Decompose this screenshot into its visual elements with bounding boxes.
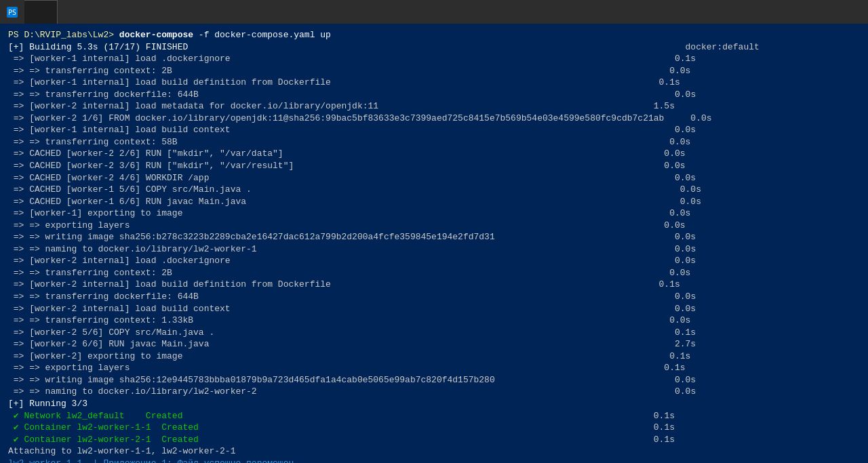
svg-text:PS: PS xyxy=(8,9,16,16)
terminal-text: 0.0s xyxy=(495,374,696,386)
terminal-line: => [worker-1 internal] load .dockerignor… xyxy=(8,53,860,65)
tab-powershell[interactable] xyxy=(24,0,58,24)
tab-bar xyxy=(24,0,769,24)
terminal-text: 0.0s xyxy=(209,172,696,184)
terminal-line: => => transferring context: 58B 0.0s xyxy=(8,136,860,148)
terminal-text: => [worker-2] exporting to image xyxy=(8,350,182,363)
terminal-text: Created xyxy=(161,434,199,446)
terminal-text: => => transferring dockerfile: 644B xyxy=(8,291,199,303)
terminal-text: 0.0s xyxy=(246,196,701,208)
terminal-text: => CACHED [worker-1 5/6] COPY src/Main.j… xyxy=(8,184,252,196)
titlebar: PS xyxy=(0,0,868,24)
close-button[interactable] xyxy=(831,0,863,24)
terminal-line: => [worker-1] exporting to image 0.0s xyxy=(8,207,860,220)
terminal-text: 0.0s xyxy=(172,65,691,77)
terminal-text: 0.0s xyxy=(252,184,701,196)
terminal-text: 0.0s xyxy=(294,160,685,172)
terminal-body: PS D:\RVIP_labs\Lw2> docker-compose -f d… xyxy=(0,24,868,463)
terminal-text: => => transferring context: 2B xyxy=(8,65,172,77)
terminal-text: 0.1s xyxy=(231,53,696,65)
terminal-line: ✔ Network lw2_default Created 0.1s xyxy=(8,410,860,422)
app-icon: PS xyxy=(5,5,19,19)
terminal-line: ✔ Container lw2-worker-2-1 Created 0.1s xyxy=(8,434,860,446)
terminal-text: => [worker-1 internal] load build defini… xyxy=(8,77,331,89)
tab-dropdown-button[interactable] xyxy=(78,0,98,24)
terminal-text: => => transferring context: 58B xyxy=(8,136,178,148)
terminal-text: Created xyxy=(146,410,183,422)
terminal-line: => => writing image sha256:12e9445783bbb… xyxy=(8,374,860,386)
terminal-text: => => writing image sha256:b278c3223b228… xyxy=(8,231,495,243)
terminal-line: => CACHED [worker-2 2/6] RUN ["mkdir", "… xyxy=(8,148,860,160)
terminal-line: => => transferring context: 2B 0.0s xyxy=(8,65,860,77)
terminal-text: => => transferring context: 1.33kB xyxy=(8,315,193,327)
terminal-line: => [worker-1 internal] load build contex… xyxy=(8,124,860,136)
terminal-line: => CACHED [worker-1 6/6] RUN javac Main.… xyxy=(8,196,860,208)
terminal-text: => [worker-2 internal] load build defini… xyxy=(8,279,331,291)
terminal-text: 0.0s xyxy=(231,124,696,136)
terminal-line: => => transferring context: 2B 0.0s xyxy=(8,267,860,279)
terminal-text: 0.0s xyxy=(130,220,685,232)
terminal-text: 0.1s xyxy=(182,350,690,363)
terminal-text: 0.0s xyxy=(231,303,696,315)
terminal-line: [+] Building 5.3s (17/17) FINISHED docke… xyxy=(8,41,860,54)
terminal-text: => => naming to docker.io/library/lw2-wo… xyxy=(8,386,257,398)
terminal-text: 0.0s xyxy=(495,231,696,243)
terminal-text: 0.0s xyxy=(178,136,691,148)
terminal-line: => [worker-2 5/6] COPY src/Main.java . 0… xyxy=(8,327,860,339)
terminal-text: ✔ Container lw2-worker-2-1 xyxy=(8,434,161,446)
terminal-text: 0.0s xyxy=(182,207,690,220)
terminal-text: -f docker-compose.yaml up xyxy=(193,29,331,41)
terminal-text: 0.0s xyxy=(231,255,696,267)
terminal-line: => CACHED [worker-1 5/6] COPY src/Main.j… xyxy=(8,184,860,196)
terminal-text: 0.1s xyxy=(199,422,675,434)
terminal-line: => [worker-1 internal] load build defini… xyxy=(8,77,860,89)
terminal-text: 0.1s xyxy=(182,410,675,422)
terminal-text: 0.0s xyxy=(199,89,696,101)
terminal-line: => CACHED [worker-2 4/6] WORKDIR /app 0.… xyxy=(8,172,860,184)
terminal-text: => [worker-2 internal] load .dockerignor… xyxy=(8,255,231,267)
terminal-line: lw2-worker-1-1 | Приложение 1: Файл успе… xyxy=(8,458,860,463)
terminal-line: => => transferring dockerfile: 644B 0.0s xyxy=(8,291,860,303)
terminal-text: 0.1s xyxy=(199,434,675,446)
terminal-text: Attaching to lw2-worker-1-1, lw2-worker-… xyxy=(8,445,235,458)
terminal-text: => CACHED [worker-2 3/6] RUN ["mkdir", "… xyxy=(8,160,294,172)
terminal-text: => CACHED [worker-2 4/6] WORKDIR /app xyxy=(8,172,209,184)
terminal-text: => [worker-2 5/6] COPY src/Main.java . xyxy=(8,327,214,339)
maximize-button[interactable] xyxy=(800,0,831,24)
terminal-text: 0.1s xyxy=(130,362,685,374)
terminal-text: 0.1s xyxy=(331,77,680,89)
terminal-text: => [worker-1 internal] load .dockerignor… xyxy=(8,53,231,65)
terminal-line: => [worker-2 6/6] RUN javac Main.java 2.… xyxy=(8,338,860,350)
terminal-line: => => exporting layers 0.1s xyxy=(8,362,860,374)
terminal-text: => [worker-1 internal] load build contex… xyxy=(8,124,231,136)
terminal-text: => => writing image sha256:12e9445783bbb… xyxy=(8,374,495,386)
terminal-text: => CACHED [worker-2 2/6] RUN ["mkdir", "… xyxy=(8,148,283,160)
terminal-text: PS D:\RVIP_labs\Lw2> xyxy=(8,29,119,41)
terminal-text: ✔ Network lw2_default xyxy=(8,410,146,422)
terminal-text: => [worker-2 internal] load build contex… xyxy=(8,303,231,315)
terminal-text: 0.0s xyxy=(664,113,711,125)
terminal-text: docker-compose xyxy=(119,29,193,41)
terminal-text: => CACHED [worker-1 6/6] RUN javac Main.… xyxy=(8,196,246,208)
minimize-button[interactable] xyxy=(769,0,800,24)
terminal-line: Attaching to lw2-worker-1-1, lw2-worker-… xyxy=(8,445,860,458)
terminal-text: 0.0s xyxy=(257,386,696,398)
terminal-text: 0.0s xyxy=(199,291,696,303)
terminal-text: 1.5s xyxy=(378,100,675,113)
terminal-line: => [worker-2 internal] load .dockerignor… xyxy=(8,255,860,267)
terminal-line: => => transferring context: 1.33kB 0.0s xyxy=(8,315,860,327)
terminal-text: 0.0s xyxy=(193,315,690,327)
new-tab-button[interactable] xyxy=(58,0,78,24)
terminal-line: => => naming to docker.io/library/lw2-wo… xyxy=(8,386,860,398)
terminal-text: => => exporting layers xyxy=(8,220,130,232)
terminal-line: => [worker-2 internal] load build defini… xyxy=(8,279,860,291)
terminal-line: => CACHED [worker-2 3/6] RUN ["mkdir", "… xyxy=(8,160,860,172)
terminal-line: => [worker-2 internal] load build contex… xyxy=(8,303,860,315)
terminal-text: => [worker-1] exporting to image xyxy=(8,207,182,220)
tab-close-button[interactable] xyxy=(38,7,49,18)
terminal-text: 2.7s xyxy=(209,338,696,350)
terminal-line: PS D:\RVIP_labs\Lw2> docker-compose -f d… xyxy=(8,29,860,41)
terminal-line: => [worker-2 1/6] FROM docker.io/library… xyxy=(8,113,860,125)
terminal-line: => => exporting layers 0.0s xyxy=(8,220,860,232)
window-controls xyxy=(769,0,863,24)
